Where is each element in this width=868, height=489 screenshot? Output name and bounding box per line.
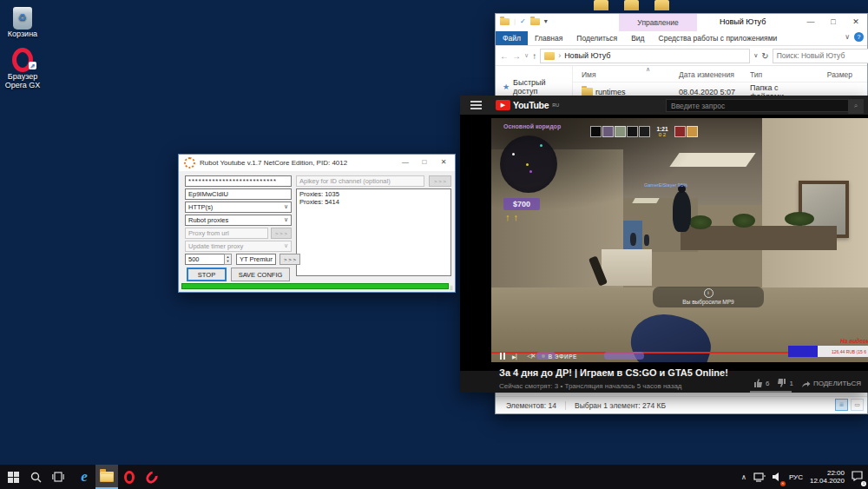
pause-button[interactable] [500,353,505,360]
desktop: ♻ Корзина ↗ Браузер Opera GX | ✓ ▾ Управ… [0,0,868,489]
explorer-title-bar[interactable]: | ✓ ▾ Управление Новый Ютуб — □ ✕ [496,14,867,31]
divider [565,401,566,410]
radar-dot [529,170,532,173]
apikey-submit-button[interactable]: > > > [429,175,451,187]
network-icon[interactable] [753,472,766,482]
ribbon-collapse-chevron-icon[interactable]: ∨ [845,33,850,41]
minimize-button[interactable]: — [396,155,415,170]
details-view-button[interactable]: ≣ [835,399,848,411]
address-dropdown-chevron-icon[interactable]: ∨ [753,52,758,59]
taskbar-opera-button[interactable] [118,465,141,489]
tab-view[interactable]: Вид [624,31,651,45]
explorer-search-input[interactable] [773,49,868,63]
sidebar-item-quick-access[interactable]: ★ Быстрый доступ [496,76,572,97]
back-icon[interactable]: ← [500,51,509,61]
menu-icon[interactable] [470,101,482,109]
live-dot-icon [542,354,545,358]
task-view-button[interactable] [47,465,69,489]
video-frame[interactable]: Основной коридор $700 ↑↑ 1:21 [491,118,868,362]
yt-premium-field[interactable] [236,254,276,265]
properties-check-icon[interactable]: ✓ [520,17,526,25]
hud-location-label: Основной коридор [503,123,561,129]
explorer-window-title: Новый Ютуб [720,17,766,26]
live-label: В ЭФИРЕ [548,354,576,360]
close-button[interactable]: ✕ [845,14,867,31]
forward-icon[interactable]: → [512,51,521,61]
proxy-url-submit-button[interactable]: > > > [271,228,292,239]
proxy-url-field[interactable] [185,228,268,239]
premium-submit-button[interactable]: > > > [279,254,300,265]
close-button[interactable]: ✕ [434,155,453,170]
hud-scoreboard: 1:21 0 2 [590,126,698,137]
minimize-button[interactable]: — [799,14,822,31]
quick-access-label: Быстрый доступ [513,78,570,96]
taskbar-opera-gx-button[interactable] [141,465,163,489]
help-icon[interactable]: ? [854,32,864,42]
column-type[interactable]: Тип [750,70,807,79]
up-icon[interactable]: ↑ [532,51,536,61]
update-timer-select[interactable]: Update timer proxy ∨ [185,241,292,252]
desktop-icon-recycle-bin[interactable]: ♻ Корзина [0,7,50,38]
share-button[interactable]: ПОДЕЛИТЬСЯ [801,380,861,387]
desktop-folder-icon[interactable] [594,0,608,10]
desktop-icon-opera-gx[interactable]: ↗ Браузер Opera GX [0,48,50,89]
protocol-select[interactable]: HTTP(s) ∨ [185,202,292,213]
volume-muted-icon[interactable]: ◁✕ [527,353,535,360]
save-config-button[interactable]: SAVE CONFIG [231,268,290,281]
notification-text: Вы выбросили МР9 [653,299,764,305]
crumb-separator: › [558,51,561,60]
icons-view-button[interactable]: ▭ [851,399,864,411]
search-icon[interactable]: ⌕ [848,99,864,114]
column-name[interactable]: Имя [582,70,679,79]
tab-file[interactable]: Файл [496,31,528,45]
video-player[interactable]: Основной коридор $700 ↑↑ 1:21 [460,115,868,371]
breadcrumb-path: Новый Ютуб [564,51,610,60]
resize-grip[interactable]: ⠿ [450,285,453,291]
tab-home[interactable]: Главная [528,31,569,45]
desktop-folder-icon[interactable] [624,0,639,10]
folder-icon[interactable] [500,18,510,25]
volume-muted-icon[interactable]: ✕ [773,469,782,485]
breadcrumb[interactable]: › Новый Ютуб [540,49,750,63]
recycle-bin-label: Корзина [0,30,50,38]
channel-id-field[interactable] [185,188,292,200]
maximize-button[interactable]: □ [822,14,845,31]
proxies-log[interactable]: Proxies: 1035 Proxies: 5414 [296,188,451,276]
dislike-button[interactable]: 1 [777,379,792,387]
clock[interactable]: 22:00 12.04.2020 [810,469,845,485]
taskbar-search-button[interactable] [24,465,47,489]
taskbar-ie-button[interactable]: e [73,465,95,489]
radar-dot [526,163,529,166]
youtube-logo[interactable]: ▶ YouTube RU [496,100,559,110]
apikey-field[interactable] [296,175,424,187]
password-field[interactable] [185,175,292,187]
desktop-folder-icon[interactable] [654,0,669,10]
language-indicator[interactable]: РУС [789,473,803,481]
youtube-search-input[interactable] [666,99,854,112]
mute-x-badge: ✕ [780,481,786,486]
action-center-button[interactable]: 1 [852,469,863,485]
qat-customize-chevron-icon[interactable]: ▾ [544,17,548,25]
radar-dot [512,153,515,155]
share-label: ПОДЕЛИТЬСЯ [813,380,861,387]
avatar [602,126,614,137]
recycle-symbol-icon: ♻ [13,12,32,23]
rubot-title-bar[interactable]: Rubot Youtube v.1.7 NetCore Edition, PID… [179,155,455,171]
stepper-buttons[interactable]: ▲▼ [224,254,232,265]
tab-app-tools[interactable]: Средства работы с приложениями [652,31,785,45]
column-date[interactable]: Дата изменения [679,70,750,79]
recent-chevron-icon[interactable]: ∨ [524,52,529,59]
column-size[interactable]: Размер [807,70,852,79]
like-button[interactable]: 6 [753,379,769,387]
proxy-source-select[interactable]: Rubot proxies ∨ [185,215,292,226]
new-folder-icon[interactable] [530,18,540,25]
next-button[interactable]: ▶▏ [512,354,520,360]
stop-button[interactable]: STOP [187,268,227,281]
start-button[interactable] [2,465,24,489]
refresh-icon[interactable]: ↻ [761,51,768,61]
tray-expand-chevron-icon[interactable]: ∧ [741,473,746,481]
status-selection: Выбран 1 элемент: 274 КБ [575,401,666,410]
tab-share[interactable]: Поделиться [569,31,624,45]
taskbar-explorer-button[interactable] [95,465,118,489]
maximize-button[interactable]: □ [415,155,434,170]
